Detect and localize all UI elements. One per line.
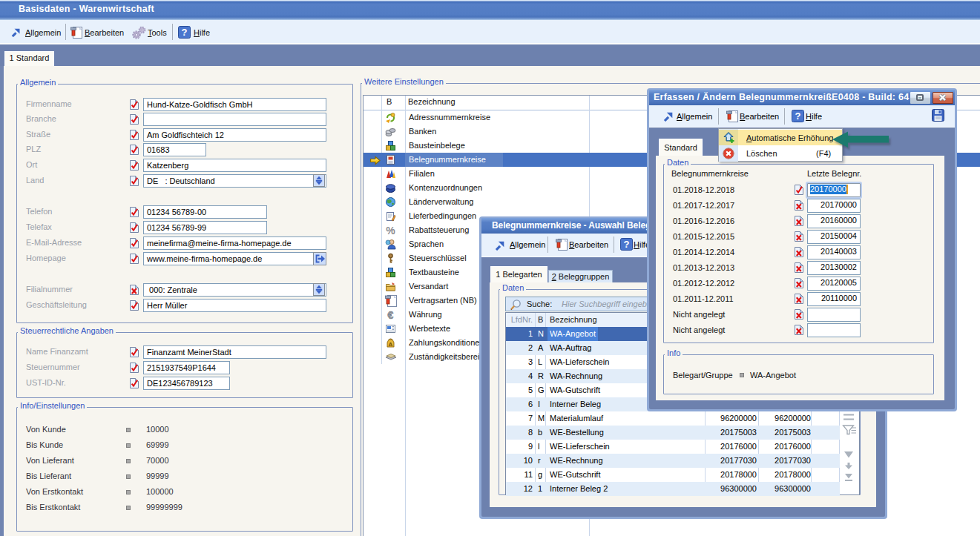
svg-text:€: € — [388, 309, 394, 320]
svg-text:A: A — [389, 341, 393, 348]
svg-text:?: ? — [182, 27, 188, 38]
svg-text:%: % — [386, 225, 395, 236]
